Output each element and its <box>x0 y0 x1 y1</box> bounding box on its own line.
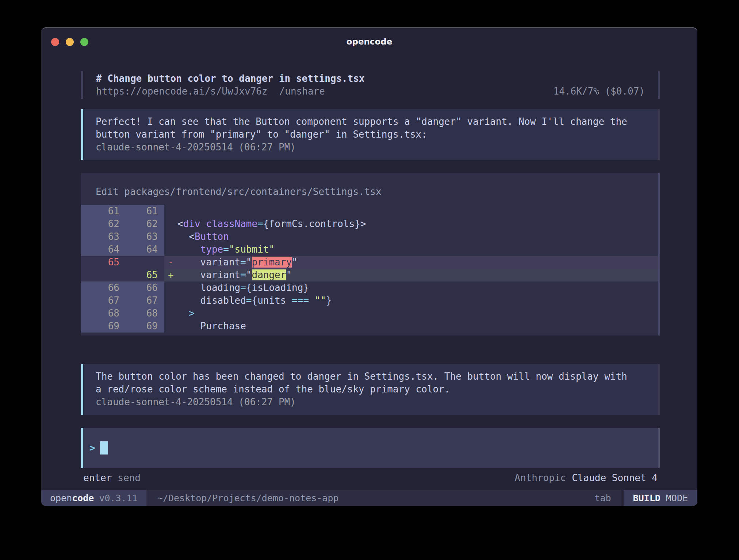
diff-row: 69 69 Purchase <box>81 320 658 333</box>
code-token: } <box>326 295 332 306</box>
diff-gutter: 67 67 <box>81 294 164 307</box>
main-column: # Change button color to danger in setti… <box>81 71 660 484</box>
titlebar: opencode <box>41 28 697 54</box>
code-token: < <box>177 231 195 242</box>
code-token: > <box>360 218 366 229</box>
code-token: " <box>292 257 298 268</box>
diff-marker <box>164 307 177 320</box>
old-line-number: 62 <box>81 218 119 230</box>
code-token <box>309 295 315 306</box>
model-name: Claude Sonnet 4 <box>572 472 658 483</box>
diff-gutter: 65 <box>81 256 164 269</box>
message-meta: claude-sonnet-4-20250514 (06:27 PM) <box>96 141 647 154</box>
code-token: Purchase <box>177 321 246 331</box>
code-token: " <box>246 257 252 268</box>
new-line-number: 69 <box>119 320 158 333</box>
prompt-symbol: > <box>89 442 95 453</box>
diff-marker <box>164 230 177 243</box>
diff-row: 62 62 <div className={formCs.controls}> <box>81 218 658 230</box>
diff-gutter: 61 61 <box>81 205 164 218</box>
code-token: {formCs.controls} <box>263 218 360 229</box>
diff-marker: + <box>164 269 177 281</box>
diff-gutter: 62 62 <box>81 218 164 230</box>
footer-hints: entersend AnthropicClaude Sonnet 4 <box>81 472 660 484</box>
token-cost-stats: 14.6K/7% ($0.07) <box>554 85 645 98</box>
code-token: {isLoading} <box>246 282 309 293</box>
old-line-number: 63 <box>81 230 119 243</box>
code-line: Purchase <box>177 320 658 333</box>
session-subheader: https://opencode.ai/s/UwJxv76z /unshare … <box>96 85 645 98</box>
code-line: > <box>177 307 658 320</box>
code-line: disabled={units === ""} <box>177 294 658 307</box>
old-line-number: 69 <box>81 320 119 333</box>
diff-gutter: 69 69 <box>81 320 164 333</box>
diff-marker <box>164 320 177 333</box>
diff-gutter: 64 64 <box>81 243 164 256</box>
code-token: " <box>246 269 252 280</box>
diff-gutter: 66 66 <box>81 281 164 294</box>
text-cursor <box>100 441 108 454</box>
app-version-segment: opencode v0.3.11 <box>41 490 146 506</box>
diff-rows: 61 61 62 62 <div className={formCs.contr… <box>81 205 658 333</box>
message-line: button variant from "primary" to "danger… <box>96 128 647 141</box>
diff-marker <box>164 218 177 230</box>
prompt-input[interactable]: > <box>81 428 660 468</box>
code-token <box>200 218 206 229</box>
send-hint: entersend <box>83 472 141 484</box>
edit-tool-card: Edit packages/frontend/src/containers/Se… <box>81 173 660 335</box>
code-token: variant <box>177 257 240 268</box>
diff-marker: - <box>164 256 177 269</box>
diff-marker <box>164 294 177 307</box>
new-line-number: 63 <box>119 230 158 243</box>
diff-row: 66 66 loading={isLoading} <box>81 281 658 294</box>
assistant-message: The button color has been changed to dan… <box>81 364 660 415</box>
code-line: variant="primary" <box>177 256 658 269</box>
app-name-bold: code <box>72 493 94 503</box>
footer-spacer <box>141 472 514 484</box>
mode-segment: BUILD MODE <box>621 490 697 506</box>
new-line-number: 61 <box>119 205 158 218</box>
diff-row: 68 68 > <box>81 307 658 320</box>
new-line-number: 64 <box>119 243 158 256</box>
code-line: <Button <box>177 230 658 243</box>
code-token: div <box>183 218 200 229</box>
old-line-number: 66 <box>81 281 119 294</box>
share-url-link[interactable]: https://opencode.ai/s/UwJxv76z <box>96 85 268 98</box>
working-directory: ~/Desktop/Projects/demo-notes-app <box>157 493 339 503</box>
code-token: = <box>240 282 246 293</box>
code-token: = <box>257 218 263 229</box>
diff-marker <box>164 205 177 218</box>
enter-key-hint: enter <box>83 472 112 483</box>
old-line-number <box>81 269 119 281</box>
message-line: Perfect! I can see that the Button compo… <box>96 115 647 128</box>
code-token: = <box>223 244 229 255</box>
tab-key-hint: tab <box>594 493 611 503</box>
code-token: {units <box>252 295 292 306</box>
code-token: className <box>206 218 257 229</box>
edit-file-title: Edit packages/frontend/src/containers/Se… <box>81 173 658 205</box>
code-token: primary <box>252 257 292 268</box>
session-header: # Change button color to danger in setti… <box>81 71 660 99</box>
diff-row: 61 61 <box>81 205 658 218</box>
diff-row: 65 + variant="danger" <box>81 269 658 281</box>
code-token: loading <box>177 282 240 293</box>
new-line-number: 68 <box>119 307 158 320</box>
message-meta: claude-sonnet-4-20250514 (06:27 PM) <box>96 396 647 409</box>
assistant-message: Perfect! I can see that the Button compo… <box>81 109 660 160</box>
code-token: = <box>240 269 246 280</box>
provider-name: Anthropic <box>514 472 566 483</box>
code-token: Button <box>195 231 229 242</box>
new-line-number: 62 <box>119 218 158 230</box>
diff-row: 63 63 <Button <box>81 230 658 243</box>
new-line-number: 67 <box>119 294 158 307</box>
code-line <box>177 205 658 218</box>
new-line-number <box>119 256 158 269</box>
code-line: type="submit" <box>177 243 658 256</box>
code-token: < <box>177 218 183 229</box>
app-version: v0.3.11 <box>99 493 137 503</box>
diff-gutter: 65 <box>81 269 164 281</box>
diff-gutter: 68 68 <box>81 307 164 320</box>
old-line-number: 61 <box>81 205 119 218</box>
message-line: a red/rose color scheme instead of the b… <box>96 383 647 396</box>
mode-name: BUILD <box>633 493 660 503</box>
